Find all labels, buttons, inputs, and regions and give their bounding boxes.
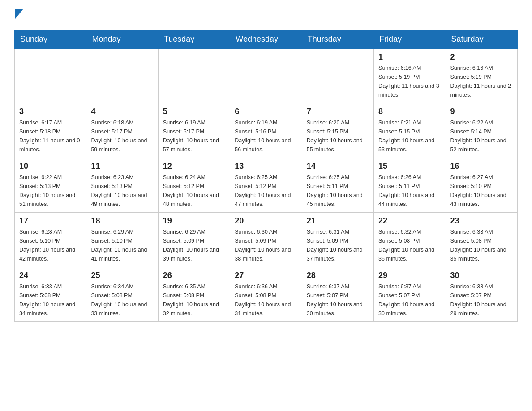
- day-number: 5: [163, 107, 225, 116]
- day-number: 11: [91, 162, 153, 171]
- day-info: Sunrise: 6:22 AMSunset: 5:14 PMDaylight:…: [450, 118, 513, 154]
- calendar-cell: [86, 49, 158, 103]
- calendar-cell: 19Sunrise: 6:29 AMSunset: 5:09 PMDayligh…: [158, 213, 230, 267]
- calendar-cell: [302, 49, 373, 103]
- day-info: Sunrise: 6:35 AMSunset: 5:08 PMDaylight:…: [163, 282, 225, 318]
- calendar-cell: 12Sunrise: 6:24 AMSunset: 5:12 PMDayligh…: [158, 158, 230, 213]
- day-info: Sunrise: 6:21 AMSunset: 5:15 PMDaylight:…: [378, 118, 441, 154]
- calendar-cell: 28Sunrise: 6:37 AMSunset: 5:07 PMDayligh…: [302, 267, 373, 322]
- day-number: 9: [450, 107, 513, 116]
- calendar-cell: 22Sunrise: 6:32 AMSunset: 5:08 PMDayligh…: [374, 213, 446, 267]
- day-number: 29: [378, 271, 441, 280]
- day-info: Sunrise: 6:33 AMSunset: 5:08 PMDaylight:…: [450, 227, 513, 263]
- day-number: 6: [235, 107, 297, 116]
- day-info: Sunrise: 6:30 AMSunset: 5:09 PMDaylight:…: [235, 227, 297, 263]
- day-info: Sunrise: 6:17 AMSunset: 5:18 PMDaylight:…: [19, 118, 82, 154]
- day-info: Sunrise: 6:19 AMSunset: 5:17 PMDaylight:…: [163, 118, 225, 154]
- calendar-cell: 20Sunrise: 6:30 AMSunset: 5:09 PMDayligh…: [230, 213, 302, 267]
- calendar-week-row: 10Sunrise: 6:22 AMSunset: 5:13 PMDayligh…: [15, 158, 518, 213]
- day-info: Sunrise: 6:27 AMSunset: 5:10 PMDaylight:…: [450, 173, 513, 209]
- day-number: 23: [450, 216, 513, 226]
- calendar-cell: 4Sunrise: 6:18 AMSunset: 5:17 PMDaylight…: [86, 103, 158, 158]
- day-info: Sunrise: 6:37 AMSunset: 5:07 PMDaylight:…: [378, 282, 441, 318]
- day-info: Sunrise: 6:29 AMSunset: 5:09 PMDaylight:…: [163, 227, 225, 263]
- day-info: Sunrise: 6:18 AMSunset: 5:17 PMDaylight:…: [91, 118, 153, 154]
- calendar-cell: 24Sunrise: 6:33 AMSunset: 5:08 PMDayligh…: [15, 267, 86, 322]
- logo-arrow-icon: [15, 9, 23, 21]
- day-number: 24: [19, 271, 82, 280]
- calendar-cell: 27Sunrise: 6:36 AMSunset: 5:08 PMDayligh…: [230, 267, 302, 322]
- day-info: Sunrise: 6:19 AMSunset: 5:16 PMDaylight:…: [235, 118, 297, 154]
- day-info: Sunrise: 6:22 AMSunset: 5:13 PMDaylight:…: [19, 173, 82, 209]
- day-number: 1: [378, 52, 441, 62]
- calendar-cell: 6Sunrise: 6:19 AMSunset: 5:16 PMDaylight…: [230, 103, 302, 158]
- day-info: Sunrise: 6:37 AMSunset: 5:07 PMDaylight:…: [307, 282, 369, 318]
- calendar-cell: 9Sunrise: 6:22 AMSunset: 5:14 PMDaylight…: [446, 103, 517, 158]
- day-info: Sunrise: 6:32 AMSunset: 5:08 PMDaylight:…: [378, 227, 441, 263]
- day-number: 19: [163, 216, 225, 226]
- calendar-cell: [158, 49, 230, 103]
- day-info: Sunrise: 6:29 AMSunset: 5:10 PMDaylight:…: [91, 227, 153, 263]
- calendar-cell: 15Sunrise: 6:26 AMSunset: 5:11 PMDayligh…: [374, 158, 446, 213]
- calendar-cell: 30Sunrise: 6:38 AMSunset: 5:07 PMDayligh…: [446, 267, 517, 322]
- calendar-cell: 26Sunrise: 6:35 AMSunset: 5:08 PMDayligh…: [158, 267, 230, 322]
- calendar-cell: 11Sunrise: 6:23 AMSunset: 5:13 PMDayligh…: [86, 158, 158, 213]
- day-number: 4: [91, 107, 153, 116]
- logo: [14, 11, 23, 21]
- day-info: Sunrise: 6:28 AMSunset: 5:10 PMDaylight:…: [19, 227, 82, 263]
- day-info: Sunrise: 6:38 AMSunset: 5:07 PMDaylight:…: [450, 282, 513, 318]
- calendar-cell: 14Sunrise: 6:25 AMSunset: 5:11 PMDayligh…: [302, 158, 373, 213]
- calendar-day-header: Wednesday: [230, 30, 302, 49]
- svg-marker-0: [15, 9, 23, 19]
- page-header: [14, 11, 518, 21]
- day-number: 21: [307, 216, 369, 226]
- day-info: Sunrise: 6:34 AMSunset: 5:08 PMDaylight:…: [91, 282, 153, 318]
- day-info: Sunrise: 6:24 AMSunset: 5:12 PMDaylight:…: [163, 173, 225, 209]
- calendar-week-row: 17Sunrise: 6:28 AMSunset: 5:10 PMDayligh…: [15, 213, 518, 267]
- day-info: Sunrise: 6:33 AMSunset: 5:08 PMDaylight:…: [19, 282, 82, 318]
- day-number: 7: [307, 107, 369, 116]
- day-info: Sunrise: 6:16 AMSunset: 5:19 PMDaylight:…: [378, 64, 441, 99]
- calendar-cell: 2Sunrise: 6:16 AMSunset: 5:19 PMDaylight…: [446, 49, 517, 103]
- day-number: 25: [91, 271, 153, 280]
- day-number: 8: [378, 107, 441, 116]
- day-number: 26: [163, 271, 225, 280]
- day-number: 17: [19, 216, 82, 226]
- day-number: 12: [163, 162, 225, 171]
- calendar-cell: 1Sunrise: 6:16 AMSunset: 5:19 PMDaylight…: [374, 49, 446, 103]
- calendar-cell: [230, 49, 302, 103]
- calendar-cell: 23Sunrise: 6:33 AMSunset: 5:08 PMDayligh…: [446, 213, 517, 267]
- calendar-week-row: 1Sunrise: 6:16 AMSunset: 5:19 PMDaylight…: [15, 49, 518, 103]
- calendar-week-row: 24Sunrise: 6:33 AMSunset: 5:08 PMDayligh…: [15, 267, 518, 322]
- calendar-cell: 29Sunrise: 6:37 AMSunset: 5:07 PMDayligh…: [374, 267, 446, 322]
- calendar-day-header: Saturday: [446, 30, 517, 49]
- day-info: Sunrise: 6:36 AMSunset: 5:08 PMDaylight:…: [235, 282, 297, 318]
- day-number: 20: [235, 216, 297, 226]
- calendar-cell: 3Sunrise: 6:17 AMSunset: 5:18 PMDaylight…: [15, 103, 86, 158]
- day-info: Sunrise: 6:16 AMSunset: 5:19 PMDaylight:…: [450, 64, 513, 99]
- day-number: 28: [307, 271, 369, 280]
- day-number: 13: [235, 162, 297, 171]
- day-number: 14: [307, 162, 369, 171]
- day-info: Sunrise: 6:23 AMSunset: 5:13 PMDaylight:…: [91, 173, 153, 209]
- calendar-cell: 21Sunrise: 6:31 AMSunset: 5:09 PMDayligh…: [302, 213, 373, 267]
- calendar-day-header: Monday: [86, 30, 158, 49]
- calendar-cell: [15, 49, 86, 103]
- day-number: 2: [450, 52, 513, 62]
- day-info: Sunrise: 6:26 AMSunset: 5:11 PMDaylight:…: [378, 173, 441, 209]
- day-number: 18: [91, 216, 153, 226]
- calendar-table: SundayMondayTuesdayWednesdayThursdayFrid…: [14, 30, 518, 322]
- day-number: 27: [235, 271, 297, 280]
- calendar-cell: 13Sunrise: 6:25 AMSunset: 5:12 PMDayligh…: [230, 158, 302, 213]
- day-info: Sunrise: 6:20 AMSunset: 5:15 PMDaylight:…: [307, 118, 369, 154]
- day-number: 30: [450, 271, 513, 280]
- day-number: 15: [378, 162, 441, 171]
- calendar-cell: 8Sunrise: 6:21 AMSunset: 5:15 PMDaylight…: [374, 103, 446, 158]
- calendar-cell: 18Sunrise: 6:29 AMSunset: 5:10 PMDayligh…: [86, 213, 158, 267]
- calendar-cell: 17Sunrise: 6:28 AMSunset: 5:10 PMDayligh…: [15, 213, 86, 267]
- calendar-cell: 16Sunrise: 6:27 AMSunset: 5:10 PMDayligh…: [446, 158, 517, 213]
- calendar-header-row: SundayMondayTuesdayWednesdayThursdayFrid…: [15, 30, 518, 49]
- calendar-day-header: Sunday: [15, 30, 86, 49]
- day-info: Sunrise: 6:31 AMSunset: 5:09 PMDaylight:…: [307, 227, 369, 263]
- day-number: 3: [19, 107, 82, 116]
